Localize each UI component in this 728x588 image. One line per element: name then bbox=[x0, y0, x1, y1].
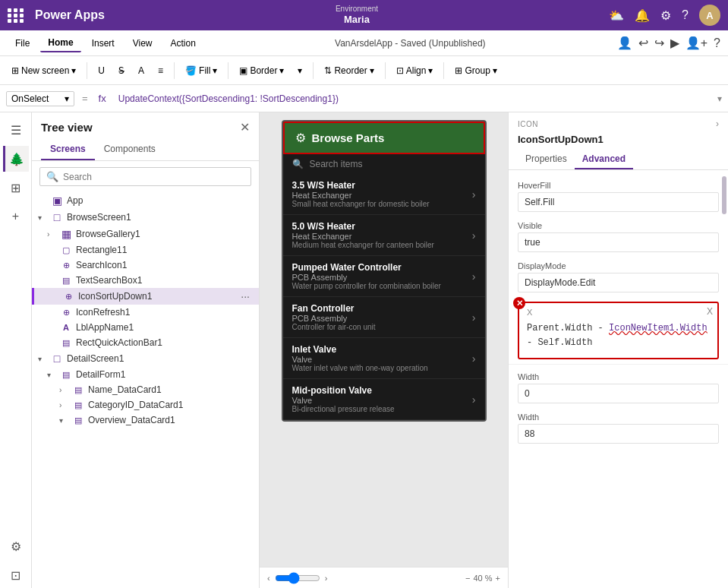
redo-icon[interactable]: ↪ bbox=[654, 36, 664, 50]
tree-item-app[interactable]: ▣ App bbox=[32, 192, 259, 209]
tree-item-searchicon1[interactable]: ⊕ SearchIcon1 bbox=[32, 258, 259, 273]
tree-item-rectquick1[interactable]: ▤ RectQuickActionBar1 bbox=[32, 335, 259, 350]
iconRefresh1-label: IconRefresh1 bbox=[76, 307, 253, 318]
detailform1-icon: ▤ bbox=[59, 370, 73, 380]
app-label: App bbox=[67, 195, 253, 206]
zoom-plus[interactable]: + bbox=[496, 574, 500, 583]
tree-search-input[interactable] bbox=[63, 172, 244, 182]
item-6-arrow: › bbox=[472, 394, 476, 406]
searchicon1-label: SearchIcon1 bbox=[76, 260, 253, 270]
menu-view[interactable]: View bbox=[125, 35, 160, 52]
canvas-left-arrow[interactable]: ‹ bbox=[267, 574, 270, 583]
group-button[interactable]: ⊞ Group ▾ bbox=[449, 63, 502, 78]
tree-item-catcard1[interactable]: › ▤ CategoryID_DataCard1 bbox=[32, 397, 259, 413]
border-down-button[interactable]: ▾ bbox=[292, 63, 307, 78]
formula-expand-icon[interactable]: ▾ bbox=[717, 93, 722, 104]
border-button[interactable]: ▣ Border ▾ bbox=[234, 63, 289, 78]
tree-content: ▣ App ▾ □ BrowseScreen1 › ▦ BrowseGaller… bbox=[32, 192, 259, 588]
property-selector[interactable]: OnSelect ▾ bbox=[6, 91, 74, 106]
props-tab-advanced[interactable]: Advanced bbox=[575, 150, 633, 169]
menu-insert[interactable]: Insert bbox=[84, 35, 122, 52]
tree-item-detailform1[interactable]: ▾ ▤ DetailForm1 bbox=[32, 367, 259, 382]
zoom-minus[interactable]: − bbox=[465, 574, 470, 583]
phone-list-item-5[interactable]: Inlet Valve Valve Water inlet valve with… bbox=[283, 338, 485, 379]
item-5-arrow: › bbox=[472, 352, 476, 365]
underline-button[interactable]: U bbox=[93, 63, 110, 78]
tree-item-iconSort1[interactable]: ⊕ IconSortUpDown1 ··· bbox=[32, 288, 259, 305]
sidebar-icon-menu[interactable]: ☰ bbox=[3, 117, 29, 143]
canvas-right-arrow[interactable]: › bbox=[325, 574, 328, 583]
tree-item-iconRefresh1[interactable]: ⊕ IconRefresh1 bbox=[32, 305, 259, 320]
detailform1-chevron: ▾ bbox=[47, 371, 56, 379]
tree-close-button[interactable]: ✕ bbox=[240, 120, 250, 134]
visible-value[interactable]: true bbox=[518, 232, 719, 252]
tree-item-textsearchbox1[interactable]: ▤ TextSearchBox1 bbox=[32, 273, 259, 288]
phone-search-bar[interactable]: 🔍 Search items bbox=[283, 154, 485, 174]
sidebar-icon-treeview[interactable]: 🌲 bbox=[3, 146, 29, 172]
reorder-button[interactable]: ⇅ Reorder ▾ bbox=[319, 63, 379, 78]
phone-list-item-6[interactable]: Mid-position Valve Valve Bi-directional … bbox=[283, 379, 485, 420]
tree-item-browsegallery1[interactable]: › ▦ BrowseGallery1 bbox=[32, 226, 259, 242]
phone-list-item-2[interactable]: 5.0 W/S Heater Heat Exchanger Medium hea… bbox=[283, 215, 485, 256]
tree-item-lblapp1[interactable]: A LblAppName1 bbox=[32, 320, 259, 335]
zoom-slider[interactable] bbox=[275, 572, 320, 584]
width-0-value[interactable]: 0 bbox=[518, 384, 719, 403]
help-icon[interactable]: ? bbox=[682, 8, 689, 22]
avatar[interactable]: A bbox=[699, 5, 720, 26]
props-expand-icon[interactable]: › bbox=[716, 119, 719, 129]
settings-icon[interactable]: ⚙ bbox=[660, 8, 671, 23]
formula-input[interactable] bbox=[114, 92, 713, 106]
tree-tab-components[interactable]: Components bbox=[95, 139, 165, 160]
props-tab-properties[interactable]: Properties bbox=[518, 150, 575, 169]
tree-item-namecard1[interactable]: › ▤ Name_DataCard1 bbox=[32, 382, 259, 397]
strikethrough-button[interactable]: S̶ bbox=[113, 63, 130, 78]
waffle-icon[interactable] bbox=[8, 8, 24, 23]
sidebar-icon-data[interactable]: ⊞ bbox=[3, 175, 29, 201]
tree-item-browsescreen1[interactable]: ▾ □ BrowseScreen1 bbox=[32, 209, 259, 226]
help-menu-icon[interactable]: ? bbox=[714, 36, 720, 50]
tree-search-box[interactable]: 🔍 bbox=[39, 167, 251, 186]
props-scrollbar[interactable] bbox=[722, 176, 726, 214]
undo-icon[interactable]: ↩ bbox=[638, 36, 648, 50]
align-button[interactable]: ≡ bbox=[153, 63, 169, 78]
phone-list-item-3[interactable]: Pumped Water Controller PCB Assembly Wat… bbox=[283, 256, 485, 297]
phone-list-item-4[interactable]: Fan Controller PCB Assembly Controller f… bbox=[283, 297, 485, 338]
expression-editor-box[interactable]: ✕ X X Parent.Width - IconNewItem1.Width … bbox=[518, 302, 719, 359]
tree-item-overviewcard1[interactable]: ▾ ▤ Overview_DataCard1 bbox=[32, 413, 259, 428]
person-badge-icon[interactable]: 👤 bbox=[617, 36, 632, 50]
tree-item-detailscreen1[interactable]: ▾ □ DetailScreen1 bbox=[32, 350, 259, 367]
fill-button[interactable]: 🪣 Fill ▾ bbox=[180, 63, 222, 78]
cloud-icon[interactable]: ⛅ bbox=[609, 8, 624, 23]
expr-close-button[interactable]: X bbox=[707, 306, 713, 317]
namecard1-label: Name_DataCard1 bbox=[88, 384, 253, 395]
menu-file[interactable]: File bbox=[8, 35, 37, 52]
tree-title: Tree view bbox=[41, 121, 93, 134]
font-size-button[interactable]: A bbox=[133, 63, 150, 78]
phone-list-item-1[interactable]: 3.5 W/S Heater Heat Exchanger Small heat… bbox=[283, 174, 485, 215]
tree-tab-screens[interactable]: Screens bbox=[41, 139, 95, 160]
hoverfill-value[interactable]: Self.Fill bbox=[518, 192, 719, 212]
tree-item-rectangle11[interactable]: ▢ Rectangle11 bbox=[32, 242, 259, 258]
share-icon[interactable]: 👤+ bbox=[685, 36, 708, 50]
sidebar-icon-components[interactable]: ⊡ bbox=[3, 562, 29, 588]
bell-icon[interactable]: 🔔 bbox=[635, 8, 650, 23]
align-text-button[interactable]: ⊡ Align ▾ bbox=[391, 63, 439, 78]
iconSort1-dots[interactable]: ··· bbox=[238, 290, 253, 302]
new-screen-button[interactable]: ⊞ New screen ▾ bbox=[6, 63, 81, 78]
reorder-icon: ⇅ bbox=[324, 65, 332, 76]
props-tabs: Properties Advanced bbox=[509, 150, 728, 170]
selector-chevron: ▾ bbox=[65, 93, 69, 104]
iconRefresh1-icon: ⊕ bbox=[59, 308, 73, 318]
tree-panel: Tree view ✕ Screens Components 🔍 ▣ App ▾… bbox=[32, 112, 260, 588]
displaymode-value[interactable]: DisplayMode.Edit bbox=[518, 273, 719, 292]
prop-width-88: Width 88 bbox=[509, 408, 728, 448]
menu-action[interactable]: Action bbox=[163, 35, 203, 52]
fill-chevron: ▾ bbox=[213, 65, 217, 76]
menu-home[interactable]: Home bbox=[40, 34, 80, 52]
fx-button[interactable]: fx bbox=[96, 93, 109, 104]
rect11-icon: ▢ bbox=[59, 245, 73, 255]
width-88-value[interactable]: 88 bbox=[518, 424, 719, 444]
play-icon[interactable]: ▶ bbox=[670, 36, 679, 50]
sidebar-icon-settings[interactable]: ⚙ bbox=[3, 533, 29, 559]
sidebar-icon-plus[interactable]: + bbox=[3, 204, 29, 229]
